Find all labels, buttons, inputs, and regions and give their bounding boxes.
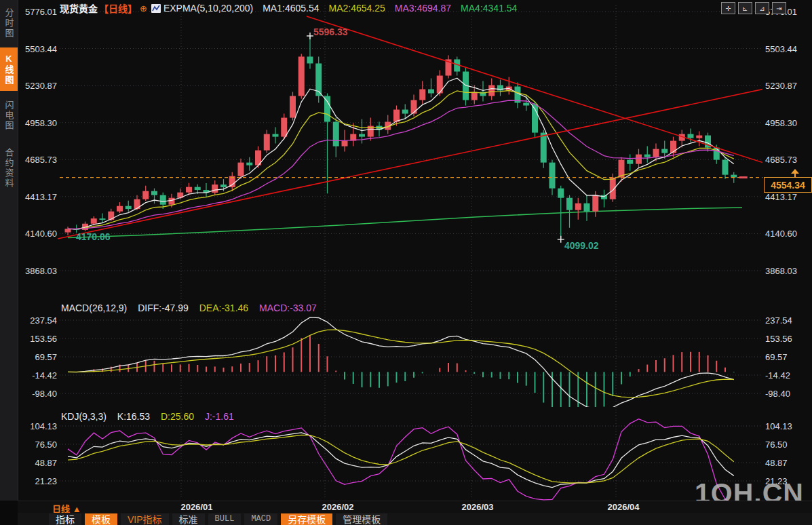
macd-axis-label: -14.42	[765, 370, 809, 381]
kdj-j-value: J:-1.61	[205, 411, 234, 422]
toolbar-macd-button[interactable]: MACD	[244, 513, 277, 525]
main-axis-label: 5776.01	[19, 7, 57, 17]
sidebar-tab-kline-chart[interactable]: K线图	[0, 47, 18, 91]
toolbar-bull-button[interactable]: BULL	[208, 513, 241, 525]
kdj-axis-label: 48.87	[765, 458, 809, 468]
main-axis-label: 4140.60	[19, 229, 57, 239]
main-axis-label: 3868.03	[19, 266, 57, 276]
main-axis-label: 5503.44	[19, 44, 57, 54]
kdj-axis-label: 76.50	[19, 440, 57, 450]
xaxis-month-label: 2026/02	[314, 502, 362, 512]
macd-axis-label: 69.57	[765, 352, 809, 362]
axis-zoom-out-icon[interactable]: ⊿	[755, 2, 769, 14]
kline-chart-icon[interactable]	[151, 4, 161, 13]
macd-params: MACD(26,12,9)	[61, 303, 127, 313]
toolbar-save-template-button[interactable]: 另存模板	[281, 513, 332, 525]
main-axis-label: 4685.73	[765, 155, 809, 165]
chart-canvas[interactable]	[0, 0, 812, 525]
xaxis-month-label: 2026/04	[600, 502, 647, 512]
macd-axis-label: -98.40	[19, 389, 57, 399]
toolbar-vip-indicators-button[interactable]: VIP指标	[121, 513, 169, 525]
main-axis-label: 4958.30	[19, 118, 57, 128]
main-axis-label: 4140.60	[765, 229, 809, 239]
sidebar-tab-time-chart[interactable]: 分时图	[0, 3, 18, 43]
macd-diff-value: DIFF:-47.99	[138, 303, 189, 313]
macd-axis-label: 237.54	[765, 315, 809, 326]
kdj-header: KDJ(9,3,3) K:16.53 D:25.60 J:-1.61	[61, 411, 242, 422]
macd-axis-label: 69.57	[19, 352, 57, 362]
ma2-value: MA2:4654.25	[329, 3, 385, 14]
ma3-value: MA3:4694.87	[395, 3, 451, 14]
toolbar-templates-button[interactable]: 模板	[85, 513, 117, 525]
toolbar-standard-button[interactable]: 标准	[172, 513, 205, 525]
bottom-toolbar: 指标 模板 VIP指标 标准 BULL MACD 另存模板 管理模板	[0, 513, 812, 525]
main-axis-label: 4413.17	[19, 192, 57, 202]
macd-axis-label: 153.56	[765, 334, 809, 344]
macd-dea-value: DEA:-31.46	[199, 303, 248, 313]
chart-toolbar-icons: ✛ ⊾ ⊿ ⇥	[721, 2, 786, 14]
price-marker-arrow-icon	[791, 169, 799, 174]
kdj-axis-label: 104.13	[19, 421, 57, 431]
ma4-value: MA4:4341.54	[461, 3, 517, 14]
xaxis-month-label: 2026/03	[454, 502, 501, 512]
crosshair-icon[interactable]: ✛	[721, 2, 735, 14]
last-price-badge: 4554.34	[764, 177, 812, 193]
collapse-panel-icon[interactable]: ⇥	[772, 2, 786, 14]
kdj-k-value: K:16.53	[117, 411, 150, 422]
bottom-left-corner	[0, 501, 18, 525]
sidebar: 分时图 K线图 闪电图 合约资料	[0, 0, 18, 501]
indicator-name: EXPMA(5,10,20,200)	[163, 3, 253, 14]
toolbar-manage-template-button[interactable]: 管理模板	[336, 513, 387, 525]
main-axis-label: 4958.30	[765, 118, 809, 128]
main-axis-label: 4685.73	[19, 155, 57, 165]
axis-zoom-in-icon[interactable]: ⊾	[738, 2, 752, 14]
sidebar-tab-lightning-chart[interactable]: 闪电图	[0, 95, 18, 136]
symbol-name: 现货黄金	[60, 1, 98, 15]
kdj-axis-label: 48.87	[19, 458, 57, 468]
ma1-value: MA1:4605.54	[263, 3, 319, 14]
kdj-axis-label: 104.13	[765, 421, 809, 431]
main-axis-label: 3868.03	[765, 266, 809, 276]
macd-axis-label: 237.54	[19, 315, 57, 326]
macd-axis-label: -98.40	[765, 389, 809, 399]
macd-axis-label: -14.42	[19, 370, 57, 381]
main-axis-label: 5230.87	[19, 81, 57, 91]
toolbar-indicators-button[interactable]: 指标	[49, 513, 81, 525]
main-axis-label: 5230.87	[765, 81, 809, 91]
macd-axis-label: 153.56	[19, 334, 57, 344]
main-axis-label: 5503.44	[765, 44, 809, 54]
macd-macd-value: MACD:-33.07	[259, 303, 317, 313]
circle-plus-icon[interactable]: ⊕	[140, 3, 147, 14]
period-tag: 【日线】	[99, 1, 137, 15]
macd-header: MACD(26,12,9) DIFF:-47.99 DEA:-31.46 MAC…	[61, 303, 325, 313]
kdj-params: KDJ(9,3,3)	[61, 411, 107, 422]
xaxis-month-label: 2026/01	[173, 502, 220, 512]
low-price-annotation: 4099.02	[564, 240, 599, 251]
kdj-axis-label: 21.23	[19, 476, 57, 486]
app-window: 5776.01 5503.44 5230.87 4958.30 4685.73 …	[0, 0, 812, 525]
sidebar-tab-contract-info[interactable]: 合约资料	[0, 141, 18, 195]
left-low-price-annotation: 4170.06	[76, 231, 111, 242]
high-price-annotation: 5596.33	[313, 26, 348, 37]
kdj-axis-label: 76.50	[765, 440, 809, 450]
kdj-d-value: D:25.60	[161, 411, 194, 422]
main-axis-label: 4413.17	[765, 192, 809, 202]
chart-header: 现货黄金 【日线】 ⊕ EXPMA(5,10,20,200) MA1:4605.…	[60, 2, 517, 14]
